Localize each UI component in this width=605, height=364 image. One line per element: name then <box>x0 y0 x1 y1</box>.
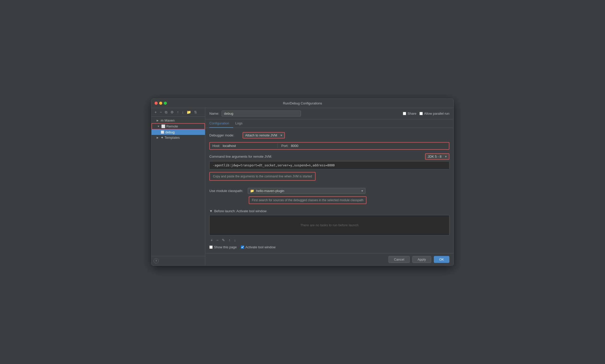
maven-arrow: ▶ <box>157 119 160 122</box>
before-launch-label: Before launch: Activate tool window <box>214 209 267 213</box>
settings-button[interactable]: ⚙ <box>169 110 175 115</box>
activate-tool-window-label: Activate tool window <box>245 245 276 249</box>
activate-tool-window-wrapper[interactable]: Activate tool window <box>241 245 276 249</box>
debug-icon: ⬜ <box>161 131 164 134</box>
tree-area: ▶ m Maven ▼ ⬜ Remote ⬜ debug ▶ <box>152 117 205 256</box>
remote-arrow: ▼ <box>157 125 160 128</box>
before-launch-down-button[interactable]: ↓ <box>233 238 237 243</box>
show-page-label: Show this page <box>214 245 237 249</box>
tree-item-debug[interactable]: ⬜ debug <box>152 130 205 135</box>
host-port-separator <box>277 144 278 148</box>
sort-button[interactable]: ⇅ <box>193 110 198 115</box>
ok-button[interactable]: OK <box>434 256 449 263</box>
minimize-icon[interactable] <box>159 102 162 105</box>
module-classpath-select[interactable]: hello-maven-plugin <box>254 188 365 194</box>
before-launch-body: There are no tasks to run before launch <box>209 215 449 235</box>
left-bottom: ? <box>152 256 205 265</box>
before-launch-section: ▼ Before launch: Activate tool window Th… <box>209 209 449 249</box>
show-page-wrapper[interactable]: Show this page <box>209 245 237 249</box>
cmd-label: Command line arguments for remote JVM: <box>209 155 272 158</box>
remote-icon: ⬜ <box>161 124 165 128</box>
share-checkbox-wrapper[interactable]: Share <box>403 112 416 115</box>
name-input[interactable] <box>222 111 301 116</box>
cmd-args-box: -agentlib:jdwp=transport=dt_socket,serve… <box>209 161 449 169</box>
title-bar: Run/Debug Configurations <box>152 99 453 108</box>
cancel-button[interactable]: Cancel <box>388 256 409 263</box>
module-classpath-label: Use module classpath: <box>209 189 245 193</box>
jdk-select-wrapper: JDK 5 - 8 JDK 9+ <box>425 153 449 160</box>
debugger-mode-row: Debugger mode: Attach to remote JVM List… <box>209 132 449 138</box>
hint-box: Copy and paste the arguments to the comm… <box>209 172 449 184</box>
before-launch-empty: There are no tasks to run before launch <box>300 223 359 227</box>
bottom-options: Show this page Activate tool window <box>209 245 449 249</box>
host-input[interactable] <box>223 144 274 148</box>
maven-icon: m <box>161 119 164 122</box>
dialog-title: Run/Debug Configurations <box>283 101 322 105</box>
right-panel: Name: Share Allow parallel run Configura… <box>205 108 453 265</box>
down-button[interactable]: ↓ <box>181 110 185 115</box>
tab-configuration[interactable]: Configuration <box>209 119 233 128</box>
left-toolbar: + − ⧉ ⚙ ↑ ↓ 📁 ⇅ <box>152 108 205 117</box>
templates-icon: ✦ <box>161 136 164 140</box>
tab-logs[interactable]: Logs <box>235 119 246 128</box>
dialog-footer: Cancel Apply OK <box>205 253 453 265</box>
jdk-select[interactable]: JDK 5 - 8 JDK 9+ <box>426 154 449 159</box>
share-label: Share <box>407 112 416 115</box>
tabs-row: Configuration Logs <box>205 119 453 128</box>
module-select-wrapper: 📁 hello-maven-plugin <box>248 188 365 194</box>
maven-label: Maven <box>165 119 175 122</box>
activate-tool-window-checkbox[interactable] <box>241 245 244 249</box>
before-launch-up-button[interactable]: ↑ <box>227 238 232 243</box>
folder-button[interactable]: 📁 <box>186 110 192 115</box>
tree-item-maven[interactable]: ▶ m Maven <box>152 118 205 123</box>
before-launch-header[interactable]: ▼ Before launch: Activate tool window <box>209 209 449 213</box>
tree-item-remote[interactable]: ▼ ⬜ Remote <box>152 123 205 130</box>
dialog-body: + − ⧉ ⚙ ↑ ↓ 📁 ⇅ ▶ m Maven ▼ ⬜ <box>152 108 453 265</box>
debug-label: debug <box>165 130 175 134</box>
run-debug-dialog: Run/Debug Configurations + − ⧉ ⚙ ↑ ↓ 📁 ⇅… <box>151 99 454 266</box>
up-button[interactable]: ↑ <box>176 110 180 115</box>
host-port-row: Host: Port: <box>209 142 449 150</box>
before-launch-arrow: ▼ <box>209 209 213 213</box>
remove-config-button[interactable]: − <box>159 110 163 115</box>
cmd-row: Command line arguments for remote JVM: J… <box>209 153 449 160</box>
before-launch-edit-button[interactable]: ✎ <box>221 238 226 243</box>
name-label: Name: <box>209 112 219 115</box>
share-checkbox[interactable] <box>403 112 406 115</box>
debugger-mode-select[interactable]: Attach to remote JVM Listen to remote JV… <box>243 133 284 138</box>
right-header: Name: Share Allow parallel run <box>205 108 453 119</box>
tree-item-templates[interactable]: ▶ ✦ Templates <box>152 135 205 140</box>
show-page-checkbox[interactable] <box>209 245 213 249</box>
templates-label: Templates <box>165 136 180 140</box>
add-config-button[interactable]: + <box>154 110 158 115</box>
header-right-options: Share Allow parallel run <box>403 112 449 115</box>
module-folder-icon: 📁 <box>248 189 254 193</box>
left-panel: + − ⧉ ⚙ ↑ ↓ 📁 ⇅ ▶ m Maven ▼ ⬜ <box>152 108 205 265</box>
maximize-icon[interactable] <box>164 102 167 105</box>
port-input[interactable] <box>291 144 311 148</box>
allow-parallel-checkbox[interactable] <box>419 112 423 115</box>
before-launch-add-button[interactable]: + <box>209 238 214 243</box>
allow-parallel-checkbox-wrapper[interactable]: Allow parallel run <box>419 112 449 115</box>
hint-text: Copy and paste the arguments to the comm… <box>209 172 316 181</box>
config-content: Debugger mode: Attach to remote JVM List… <box>205 128 453 253</box>
copy-config-button[interactable]: ⧉ <box>164 110 168 115</box>
help-button[interactable]: ? <box>154 258 159 263</box>
debugger-mode-label: Debugger mode: <box>209 133 240 137</box>
templates-arrow: ▶ <box>157 136 160 139</box>
module-hint: First search for sources of the debugged… <box>249 196 366 204</box>
traffic-lights <box>155 102 167 105</box>
before-launch-remove-button[interactable]: − <box>215 238 220 243</box>
allow-parallel-label: Allow parallel run <box>424 112 449 115</box>
apply-button[interactable]: Apply <box>412 256 431 263</box>
before-launch-toolbar: + − ✎ ↑ ↓ <box>209 238 449 243</box>
cmd-args-value: -agentlib:jdwp=transport=dt_socket,serve… <box>213 164 335 167</box>
close-icon[interactable] <box>155 102 158 105</box>
host-label: Host: <box>212 144 220 148</box>
port-label: Port: <box>281 144 288 148</box>
debugger-mode-select-wrapper: Attach to remote JVM Listen to remote JV… <box>243 132 285 138</box>
remote-label: Remote <box>166 124 178 128</box>
module-classpath-row: Use module classpath: 📁 hello-maven-plug… <box>209 188 449 194</box>
